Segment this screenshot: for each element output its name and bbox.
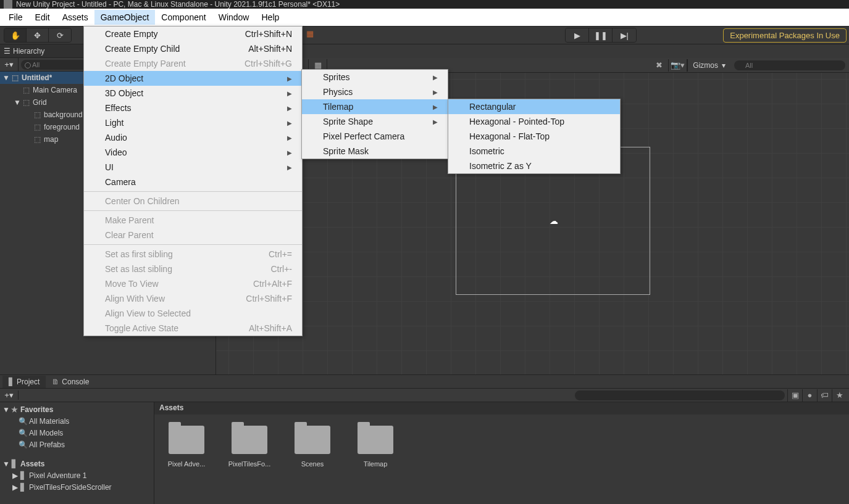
menu-item[interactable]: Hexagonal - Pointed-Top [448,114,620,129]
hand-tool[interactable]: ✋ [4,28,27,42]
menu-item: Set as first siblingCtrl+= [84,247,302,262]
menu-file[interactable]: File [2,10,29,25]
move-tool[interactable]: ✥ [27,28,49,42]
menu-item[interactable]: Sprite Mask [302,144,448,159]
scene-tabs: ame [216,44,849,58]
view-icon[interactable]: ▣ [787,389,802,402]
project-search[interactable] [575,390,785,400]
star-icon[interactable]: ★ [832,389,847,402]
play-controls: ▶ ❚❚ ▶| [565,28,637,43]
rotate-tool[interactable]: ⟳ [49,28,71,42]
camera-gizmo-icon[interactable]: ☁ [550,216,558,226]
unity-icon [4,0,12,9]
menu-item[interactable]: Video▶ [84,145,302,160]
asset-folder[interactable]: Tilemap [353,426,398,468]
menu-item[interactable]: Audio▶ [84,130,302,145]
transform-tools: ✋ ✥ ⟳ [4,28,72,43]
menu-item[interactable]: Light▶ [84,115,302,130]
gameobject-menu: Create EmptyCtrl+Shift+NCreate Empty Chi… [83,26,303,336]
project-create-dropdown[interactable]: +▾ [0,390,19,400]
asset-folder[interactable]: Scenes [290,426,335,468]
breadcrumb[interactable]: Assets [154,402,849,415]
bottom-tabs: ▋Project 🗎Console [0,375,849,389]
project-tab[interactable]: ▋Project [2,376,46,388]
hierarchy-icon: ☰ [4,47,10,56]
console-icon: 🗎 [52,378,59,386]
menu-item[interactable]: 3D Object▶ [84,86,302,101]
step-button[interactable]: ▶| [613,28,636,42]
tools-icon[interactable]: ✖ [650,59,669,72]
asset-folder[interactable]: Pixel Adve... [164,426,209,468]
project-tree-item[interactable]: ▼▋Assets [0,458,154,469]
menu-item: Toggle Active StateAlt+Shift+A [84,321,302,336]
folder-icon: ▋ [9,378,14,386]
menu-assets[interactable]: Assets [56,10,94,25]
menu-item[interactable]: Rectangular [448,99,620,114]
camera-icon[interactable]: 📷▾ [669,59,687,72]
menu-window[interactable]: Window [212,10,256,25]
project-tree-item[interactable]: ▼★Favorites [0,403,154,415]
menu-item: Align View to Selected [84,306,302,321]
label-icon[interactable]: 🏷 [817,389,832,402]
titlebar: New Unity Project - Untitled - PC, Mac &… [0,0,849,9]
play-button[interactable]: ▶ [566,28,589,42]
snap-tool[interactable]: ▦ [306,29,314,38]
menu-component[interactable]: Component [155,10,212,25]
menu-item[interactable]: Sprite Shape▶ [302,114,448,129]
menu-item: Create Empty ParentCtrl+Shift+G [84,56,302,71]
menu-item: Clear Parent [84,228,302,242]
menu-item[interactable]: Sprites▶ [302,70,448,85]
menu-item: Align With ViewCtrl+Shift+F [84,291,302,306]
asset-grid: Assets Pixel Adve...PixelTilesFo...Scene… [154,402,849,504]
menu-item[interactable]: 2D Object▶ [84,71,302,86]
console-tab[interactable]: 🗎Console [46,376,95,388]
menu-item[interactable]: Create EmptyCtrl+Shift+N [84,27,302,41]
project-tree: ▼★Favorites🔍All Materials🔍All Models🔍All… [0,402,154,504]
menu-item[interactable]: Physics▶ [302,85,448,99]
filter-icon[interactable]: ● [802,389,817,402]
project-tree-item[interactable]: 🔍All Prefabs [0,439,154,450]
menu-item[interactable]: Camera [84,175,302,189]
experimental-badge[interactable]: Experimental Packages In Use [723,28,847,43]
menu-item[interactable]: Effects▶ [84,101,302,115]
menubar: FileEditAssetsGameObjectComponentWindowH… [0,9,849,26]
menu-item[interactable]: Hexagonal - Flat-Top [448,129,620,144]
pause-button[interactable]: ❚❚ [589,28,613,42]
menu-edit[interactable]: Edit [29,10,56,25]
project-panel: ▋Project 🗎Console +▾ ▣ ● 🏷 ★ ▼★Favorites… [0,374,849,504]
project-toolbar: +▾ ▣ ● 🏷 ★ [0,389,849,402]
project-tree-item[interactable]: 🔍All Models [0,427,154,439]
menu-item[interactable]: Create Empty ChildAlt+Shift+N [84,41,302,56]
2dobject-submenu: Sprites▶Physics▶Tilemap▶Sprite Shape▶Pix… [301,69,448,159]
menu-help[interactable]: Help [255,10,285,25]
menu-item: Set as last siblingCtrl+- [84,262,302,276]
menu-item[interactable]: Isometric Z as Y [448,159,620,173]
title-text: New Unity Project - Untitled - PC, Mac &… [16,0,340,9]
menu-gameobject[interactable]: GameObject [94,10,156,25]
asset-folder[interactable]: PixelTilesFo... [227,426,272,468]
project-tree-item[interactable]: ▶▋PixelTilesForSideScroller [0,481,154,493]
menu-item[interactable]: Isometric [448,144,620,159]
menu-item[interactable]: Pixel Perfect Camera [302,129,448,144]
scene-search[interactable] [734,60,845,70]
project-tree-item[interactable]: ▶▋Pixel Adventure 1 [0,469,154,481]
menu-item[interactable]: Tilemap▶ [302,99,448,114]
create-dropdown[interactable]: +▾ [0,58,19,72]
gizmos-dropdown[interactable]: Gizmos ▾ [687,59,730,72]
tilemap-submenu: RectangularHexagonal - Pointed-TopHexago… [448,99,621,174]
menu-item[interactable]: UI▶ [84,160,302,175]
menu-item: Move To ViewCtrl+Alt+F [84,276,302,291]
project-tree-item[interactable]: 🔍All Materials [0,415,154,427]
menu-item: Center On Children [84,194,302,209]
menu-item: Make Parent [84,213,302,228]
